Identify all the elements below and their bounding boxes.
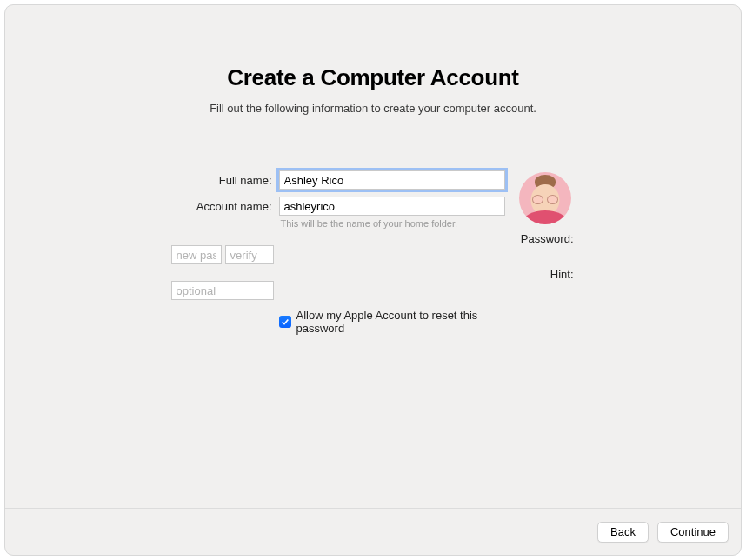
account-name-label: Account name:: [171, 197, 274, 213]
hint-label: Hint:: [510, 264, 576, 281]
full-name-field[interactable]: [279, 170, 505, 190]
hint-field[interactable]: [171, 281, 274, 300]
page-title: Create a Computer Account: [5, 64, 741, 91]
password-field-col: [171, 245, 274, 264]
continue-button[interactable]: Continue: [657, 522, 729, 543]
content-area: Create a Computer Account Fill out the f…: [5, 5, 741, 508]
account-name-field-col: This will be the name of your home folde…: [279, 197, 505, 229]
full-name-field-col: [279, 170, 505, 190]
page-subtitle: Fill out the following information to cr…: [5, 102, 741, 115]
hint-field-col: [171, 281, 274, 300]
password-verify-field[interactable]: [225, 245, 274, 264]
form-grid: Full name: Account name:: [171, 170, 576, 335]
memoji-icon: [519, 172, 571, 224]
password-new-field[interactable]: [171, 245, 222, 264]
form-area: Full name: Account name:: [5, 170, 741, 335]
allow-reset-label: Allow my Apple Account to reset this pas…: [296, 309, 505, 335]
allow-reset-row: Allow my Apple Account to reset this pas…: [279, 309, 505, 335]
checkmark-icon: [281, 317, 290, 326]
back-button[interactable]: Back: [597, 522, 649, 543]
account-name-field[interactable]: [279, 197, 505, 216]
setup-window: Create a Computer Account Fill out the f…: [4, 4, 742, 556]
allow-reset-checkbox[interactable]: [279, 316, 291, 328]
avatar-icon[interactable]: [519, 172, 571, 224]
password-label: Password:: [510, 229, 576, 245]
full-name-label: Full name:: [171, 170, 274, 187]
footer-bar: Back Continue: [5, 508, 741, 555]
account-name-hint: This will be the name of your home folde…: [281, 218, 505, 229]
